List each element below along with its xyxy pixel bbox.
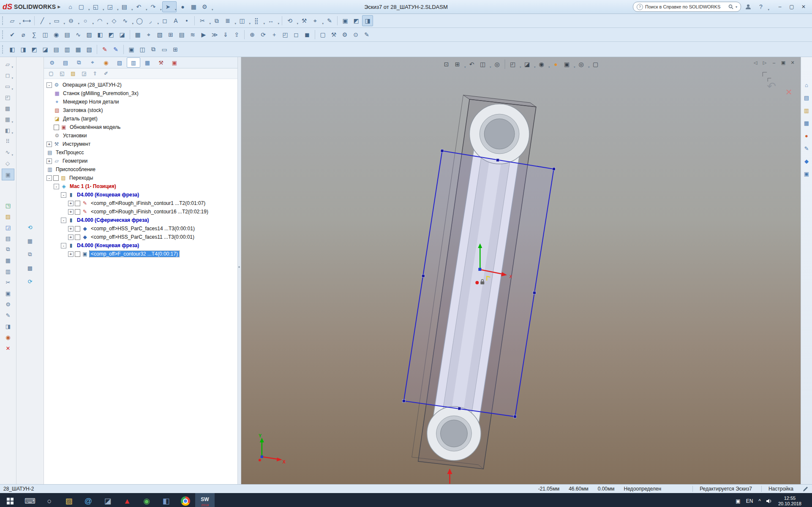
grid-icon[interactable]: ▦: [2, 255, 14, 266]
close-button[interactable]: ✕: [798, 2, 809, 11]
panel-splitter[interactable]: [237, 57, 241, 484]
redo-icon[interactable]: ↷: [148, 2, 161, 12]
tree-item-endmill-2[interactable]: - ▮ D4.000 (Концевая фреза): [44, 241, 241, 250]
draft-analysis-icon[interactable]: ◧: [95, 30, 105, 40]
apply-scene-icon[interactable]: ▣: [562, 59, 575, 69]
edit-icon[interactable]: ✎: [2, 310, 14, 321]
new-document-icon[interactable]: ▢: [76, 2, 90, 12]
tree-checkbox[interactable]: [75, 209, 80, 215]
tree-expander[interactable]: +: [68, 226, 74, 232]
cam-options-icon[interactable]: ✎: [362, 30, 372, 40]
collapse-items-icon[interactable]: ◱: [58, 69, 66, 78]
section-view-icon[interactable]: ◫: [478, 59, 491, 69]
tree-expander[interactable]: -: [54, 184, 59, 189]
tree-checkbox[interactable]: [75, 201, 80, 206]
taskbar-acrobat-icon[interactable]: ▲: [117, 493, 137, 507]
quick-surface-icon-8[interactable]: ▧: [84, 44, 94, 55]
sketch-rectangle[interactable]: [404, 151, 554, 417]
search-input[interactable]: Поиск в Справке по SOLIDWORKS: [645, 4, 726, 9]
cut-icon[interactable]: ✂: [2, 277, 14, 288]
viewport-canvas[interactable]: x Y X ↶ ✕: [241, 57, 801, 484]
tree-item-setups[interactable]: ⚙ Установки: [44, 131, 241, 140]
help-search-box[interactable]: ? Поиск в Справке по SOLIDWORKS: [633, 2, 741, 12]
tree-item-op-faces14[interactable]: + ◆ <comp_off>HSS_ParC_faces14 ...T3(0:0…: [44, 224, 241, 233]
language-indicator[interactable]: EN: [746, 498, 753, 504]
sketch-handle[interactable]: [441, 150, 444, 153]
parting-line-analysis-icon[interactable]: ◪: [117, 30, 127, 40]
open-folder-icon[interactable]: ▨: [2, 211, 14, 222]
view-palette-icon[interactable]: ▦: [802, 118, 811, 128]
tree-item-ballmill[interactable]: - ▮ D4.000 (Сферическая фреза): [44, 216, 241, 224]
toolbar-drag-handle[interactable]: [2, 30, 4, 39]
previous-document-icon[interactable]: ◁: [751, 59, 760, 66]
cam-tools-tab[interactable]: ▦: [141, 58, 154, 67]
quick-snaps-icon[interactable]: ⌖: [310, 16, 324, 26]
camera-icon[interactable]: ▢: [591, 59, 601, 69]
select-arrow-icon[interactable]: ➤: [162, 1, 177, 12]
spline-icon[interactable]: ∿: [120, 16, 134, 26]
tools-flyout-icon[interactable]: ▭: [2, 81, 14, 92]
lock-icon[interactable]: ◨: [2, 321, 14, 332]
close-document-icon[interactable]: ✕: [788, 59, 797, 66]
tree-expander[interactable]: -: [61, 243, 66, 248]
cam-operation-tree-tab[interactable]: ▥: [127, 57, 140, 68]
curves-flyout-icon[interactable]: ∿: [2, 147, 14, 158]
customize-icon[interactable]: ✐: [102, 69, 110, 78]
open-document-icon[interactable]: ◳: [2, 200, 14, 211]
table-icon[interactable]: ▥: [2, 266, 14, 277]
tree-item-op-rough1[interactable]: + ✎ <comp_off>iRough_iFinish_contour1 ..…: [44, 199, 241, 207]
home-icon[interactable]: ⌂: [65, 2, 75, 12]
sketch-icon[interactable]: ▱: [7, 16, 21, 26]
offset-entities-icon[interactable]: ≣: [223, 16, 236, 26]
edit-pencil-icon[interactable]: [803, 486, 809, 492]
pan-view-icon[interactable]: +: [269, 30, 279, 40]
tree-expander[interactable]: +: [68, 234, 74, 240]
quick-surface-icon-1[interactable]: ◧: [7, 44, 17, 55]
zebra-stripes-icon[interactable]: ▨: [84, 30, 94, 40]
view-flyout-icon[interactable]: ◻: [2, 70, 14, 81]
insert-flyout-icon[interactable]: ◰: [2, 92, 14, 103]
tree-item-position[interactable]: - ◈ Мас 1 (1- Позиция): [44, 182, 241, 191]
curvature-icon[interactable]: ∿: [73, 30, 83, 40]
polygon-icon[interactable]: ◇: [109, 16, 119, 26]
search-icon[interactable]: [728, 4, 733, 9]
tree-item-zero-manager[interactable]: ⌖ Менеджер Ноля детали: [44, 98, 241, 106]
mirror-entities-icon[interactable]: ◫: [237, 16, 251, 26]
measure-icon[interactable]: ⌀: [18, 30, 28, 40]
tree-item-operation[interactable]: - ⚙ Операция (28_ШАТУН-2): [44, 81, 241, 89]
selection-filter-icon[interactable]: ▩: [2, 103, 14, 114]
cam-generate-plan-icon[interactable]: ▤: [177, 30, 187, 40]
settings-icon[interactable]: ⚙: [2, 299, 14, 310]
sync-icon[interactable]: ⟳: [24, 276, 36, 287]
graphics-viewport[interactable]: ⊡⊞↶◫◎◰◪◉●▣◎▢ ◁▷–▣✕: [241, 57, 801, 484]
display-relations-icon[interactable]: ⟲: [285, 16, 298, 26]
tool-database-icon[interactable]: ⚒: [329, 30, 339, 40]
minimize-button[interactable]: –: [774, 2, 786, 11]
undercut-analysis-icon[interactable]: ◩: [106, 30, 116, 40]
reference-flyout-icon[interactable]: ◇: [2, 158, 14, 169]
dynamic-annotation-icon[interactable]: ◎: [492, 59, 502, 69]
tree-checkbox[interactable]: [54, 125, 59, 130]
sketch-handle[interactable]: [402, 400, 405, 403]
trim-entities-icon[interactable]: ✂: [197, 16, 211, 26]
configurationmanager-tab[interactable]: ⧉: [73, 58, 85, 67]
sketch-tools-icon[interactable]: ◨: [362, 15, 373, 26]
face-tool-icon-3[interactable]: ⧉: [148, 44, 158, 55]
dimxpert-tab[interactable]: ⌖: [86, 58, 99, 67]
sketch-handle[interactable]: [458, 407, 461, 410]
solidworks-add-ins-icon[interactable]: ▣: [802, 169, 811, 178]
save-all-icon[interactable]: ◲: [2, 222, 14, 233]
sketch-handle[interactable]: [496, 159, 499, 162]
tree-checkbox[interactable]: [75, 251, 80, 257]
taskbar-keyboard-icon[interactable]: ⌨: [20, 493, 40, 507]
tree-item-fixture[interactable]: ▥ Приспособление: [44, 165, 241, 174]
rapid-sketch-icon[interactable]: ✎: [324, 16, 335, 26]
ellipse-icon[interactable]: ◯: [134, 16, 144, 26]
pattern-flyout-icon[interactable]: ⠿: [2, 136, 14, 147]
cam-step-through-icon[interactable]: ≫: [210, 30, 220, 40]
splitter-knob[interactable]: [238, 266, 240, 268]
cam-simulate-toolpath-icon[interactable]: ▶: [199, 30, 209, 40]
instant-2d-icon[interactable]: ▣: [340, 16, 350, 26]
linear-pattern-icon[interactable]: ⣿: [251, 16, 265, 26]
quick-surface-icon-3[interactable]: ◩: [29, 44, 39, 55]
